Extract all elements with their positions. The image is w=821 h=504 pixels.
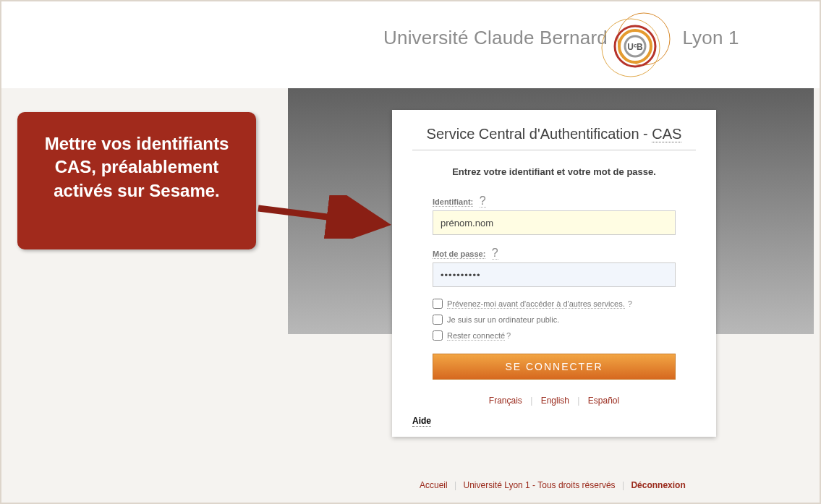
username-help-icon[interactable]: ? xyxy=(480,195,486,208)
university-logo-icon: UᶜB xyxy=(599,10,671,82)
lang-en-link[interactable]: English xyxy=(541,396,569,406)
footer-rights-link[interactable]: Université Lyon 1 - Tous droits réservés xyxy=(464,480,616,490)
public-computer-checkbox-row[interactable]: Je suis sur un ordinateur public. xyxy=(433,315,676,325)
remember-label: Rester connecté xyxy=(447,331,505,341)
warn-checkbox-label: Prévenez-moi avant d'accéder à d'autres … xyxy=(447,299,625,309)
public-computer-checkbox[interactable] xyxy=(433,315,443,325)
remember-checkbox[interactable] xyxy=(433,330,443,341)
svg-text:UᶜB: UᶜB xyxy=(627,42,643,52)
warn-help-icon[interactable]: ? xyxy=(628,299,632,308)
footer-logout-link[interactable]: Déconnexion xyxy=(631,480,685,490)
brand-left: Université Claude Bernard xyxy=(383,27,608,48)
language-row: Français | English | Español xyxy=(433,396,676,406)
service-title: Service Central d'Authentification - CAS xyxy=(412,126,696,150)
brand-right: Lyon 1 xyxy=(682,27,739,48)
password-input[interactable] xyxy=(433,262,676,287)
username-input[interactable] xyxy=(433,210,676,235)
help-link[interactable]: Aide xyxy=(412,416,431,427)
footer-home-link[interactable]: Accueil xyxy=(420,480,448,490)
public-computer-label: Je suis sur un ordinateur public. xyxy=(447,315,559,324)
warn-checkbox[interactable] xyxy=(433,299,443,309)
submit-button[interactable]: SE CONNECTER xyxy=(433,354,676,380)
username-label: Identifiant: xyxy=(433,197,473,207)
callout-text: Mettre vos identifiants CAS, préalableme… xyxy=(45,134,229,200)
password-help-icon[interactable]: ? xyxy=(492,247,498,260)
instruction-text: Entrez votre identifiant et votre mot de… xyxy=(412,166,696,177)
instruction-callout: Mettre vos identifiants CAS, préalableme… xyxy=(17,112,256,249)
header-band: Université Claude Bernard Lyon 1 UᶜB xyxy=(1,1,820,88)
password-label: Mot de passe: xyxy=(433,249,485,259)
brand-text: Université Claude Bernard Lyon 1 xyxy=(383,27,739,49)
remember-help-icon[interactable]: ? xyxy=(506,331,511,340)
svg-line-6 xyxy=(258,208,385,224)
cas-abbr: CAS xyxy=(652,126,681,142)
warn-checkbox-row[interactable]: Prévenez-moi avant d'accéder à d'autres … xyxy=(433,299,676,309)
login-card: Service Central d'Authentification - CAS… xyxy=(392,110,716,437)
remember-checkbox-row[interactable]: Rester connecté ? xyxy=(433,330,676,341)
lang-es-link[interactable]: Español xyxy=(588,396,619,406)
footer-links: Accueil | Université Lyon 1 - Tous droit… xyxy=(417,480,689,490)
lang-fr-link[interactable]: Français xyxy=(489,396,522,406)
arrow-icon xyxy=(255,195,399,239)
